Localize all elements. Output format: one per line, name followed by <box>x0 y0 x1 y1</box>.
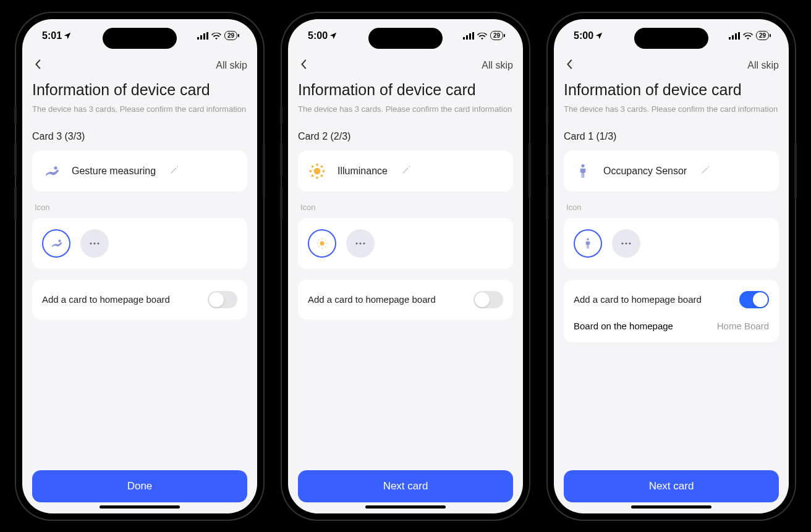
battery-icon: 29 <box>224 31 237 40</box>
home-indicator[interactable] <box>631 505 711 509</box>
device-name: Illuminance <box>338 166 388 177</box>
dots-icon <box>621 242 632 245</box>
svg-point-18 <box>312 166 313 167</box>
board-select-row[interactable]: Board on the homepage Home Board <box>574 311 769 331</box>
skip-button[interactable]: All skip <box>216 60 247 71</box>
phone-frame: 5:01 29 All skip Information of device c… <box>16 13 263 520</box>
person-icon <box>582 237 594 250</box>
svg-point-14 <box>316 164 318 165</box>
svg-point-7 <box>93 242 95 244</box>
svg-point-5 <box>58 240 61 242</box>
more-icons-button[interactable] <box>80 229 109 258</box>
icon-section-label: Icon <box>564 203 779 212</box>
homepage-toggle-panel: Add a card to homepage board Board on th… <box>564 280 779 342</box>
done-button[interactable]: Done <box>32 470 247 502</box>
power-button <box>529 143 531 198</box>
back-button[interactable] <box>298 56 310 75</box>
device-name: Gesture measuring <box>72 166 156 177</box>
icon-picker-panel <box>32 218 247 269</box>
volume-button <box>280 143 282 177</box>
device-name-panel[interactable]: Illuminance <box>298 151 513 192</box>
page-subtitle: The device has 3 cards. Please confirm t… <box>298 104 513 115</box>
svg-point-25 <box>317 243 318 244</box>
phone-frame: 5:00 29 All skip Information of device c… <box>282 13 529 520</box>
icon-option-selected[interactable] <box>42 229 70 258</box>
add-card-toggle[interactable] <box>208 291 237 308</box>
home-indicator[interactable] <box>100 505 180 509</box>
back-button[interactable] <box>32 56 45 75</box>
svg-rect-0 <box>197 37 199 40</box>
cellular-icon <box>729 32 740 40</box>
card-counter: Card 1 (1/3) <box>564 131 779 142</box>
status-time: 5:00 <box>574 30 593 41</box>
svg-point-23 <box>321 238 323 239</box>
icon-option-selected[interactable] <box>308 229 336 258</box>
svg-point-16 <box>310 171 311 172</box>
svg-point-22 <box>320 241 325 245</box>
add-card-label: Add a card to homepage board <box>574 294 702 305</box>
cellular-icon <box>197 32 208 40</box>
svg-rect-34 <box>729 37 731 40</box>
sun-icon <box>315 237 329 250</box>
icon-option-selected[interactable] <box>574 229 602 258</box>
dynamic-island <box>103 28 177 49</box>
svg-point-39 <box>587 238 589 240</box>
gesture-icon <box>49 237 63 250</box>
svg-rect-1 <box>200 35 202 40</box>
more-icons-button[interactable] <box>346 229 375 258</box>
wifi-icon <box>211 32 221 40</box>
wifi-icon <box>477 32 487 40</box>
svg-point-4 <box>54 166 57 169</box>
board-label: Board on the homepage <box>574 321 673 331</box>
next-card-button[interactable]: Next card <box>298 470 513 502</box>
svg-rect-36 <box>735 33 737 40</box>
homepage-toggle-panel: Add a card to homepage board <box>298 280 513 319</box>
add-card-toggle[interactable] <box>473 291 503 308</box>
svg-rect-12 <box>472 32 474 40</box>
sun-icon <box>308 162 326 180</box>
svg-rect-35 <box>732 35 734 40</box>
svg-point-26 <box>326 243 328 244</box>
skip-button[interactable]: All skip <box>747 60 779 71</box>
page-subtitle: The device has 3 cards. Please confirm t… <box>32 104 247 115</box>
power-button <box>263 143 265 198</box>
card-counter: Card 3 (3/3) <box>32 131 247 142</box>
dynamic-island <box>368 28 443 49</box>
svg-point-17 <box>323 171 324 172</box>
more-icons-button[interactable] <box>612 229 640 258</box>
add-card-toggle[interactable] <box>739 291 769 308</box>
dynamic-island <box>634 28 708 49</box>
location-icon <box>329 32 338 40</box>
svg-rect-11 <box>469 33 471 40</box>
page-subtitle: The device has 3 cards. Please confirm t… <box>564 104 779 115</box>
dots-icon <box>355 242 366 245</box>
next-card-button[interactable]: Next card <box>564 470 779 502</box>
board-value: Home Board <box>717 321 769 331</box>
volume-button <box>14 143 17 177</box>
icon-picker-panel <box>298 218 513 269</box>
battery-icon: 29 <box>490 31 503 40</box>
add-card-label: Add a card to homepage board <box>308 294 436 305</box>
phone-frame: 5:00 29 All skip Information of device c… <box>548 13 795 520</box>
svg-rect-2 <box>203 33 205 40</box>
svg-point-20 <box>312 175 313 176</box>
back-button[interactable] <box>564 56 576 75</box>
gesture-icon <box>42 162 61 180</box>
home-indicator[interactable] <box>365 505 446 509</box>
svg-point-29 <box>318 246 320 247</box>
skip-button[interactable]: All skip <box>482 60 513 71</box>
cellular-icon <box>463 32 474 40</box>
device-name-panel[interactable]: Occupancy Sensor <box>564 151 779 192</box>
person-icon <box>574 162 592 180</box>
location-icon <box>595 32 603 40</box>
volume-button <box>546 186 548 220</box>
edit-icon <box>700 165 710 177</box>
svg-point-24 <box>321 247 323 248</box>
svg-point-42 <box>629 242 631 244</box>
svg-rect-9 <box>463 37 465 40</box>
svg-point-40 <box>621 242 623 244</box>
page-title: Information of device card <box>564 81 779 99</box>
device-name-panel[interactable]: Gesture measuring <box>32 151 247 192</box>
svg-rect-10 <box>466 35 468 40</box>
svg-point-15 <box>316 177 318 178</box>
